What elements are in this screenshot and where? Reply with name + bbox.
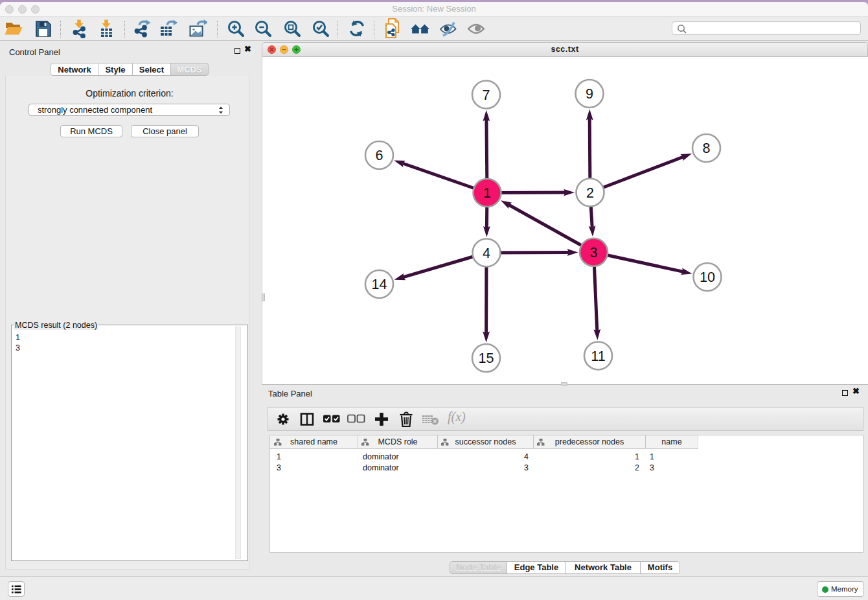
svg-text:1: 1 xyxy=(483,185,491,201)
svg-text:7: 7 xyxy=(483,87,490,103)
svg-text:9: 9 xyxy=(586,86,593,102)
svg-text:4: 4 xyxy=(483,246,490,261)
svg-text:15: 15 xyxy=(479,351,494,366)
svg-text:11: 11 xyxy=(591,349,605,364)
svg-text:14: 14 xyxy=(372,277,387,292)
svg-text:10: 10 xyxy=(700,270,715,285)
svg-text:8: 8 xyxy=(703,141,711,156)
svg-text:2: 2 xyxy=(586,185,594,201)
svg-text:6: 6 xyxy=(376,148,383,163)
svg-text:3: 3 xyxy=(590,245,598,260)
